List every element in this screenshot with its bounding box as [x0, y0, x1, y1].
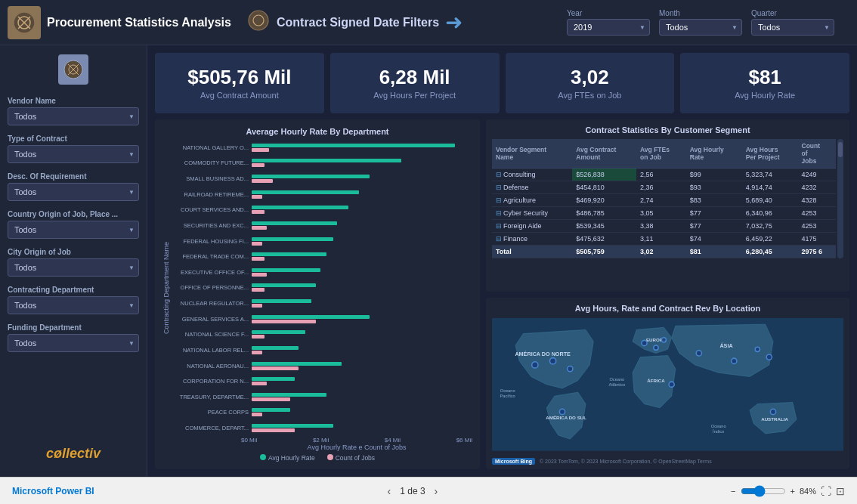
country-origin-dropdown[interactable]: Todos	[8, 221, 139, 239]
type-contract-filter: Type of Contract Todos	[8, 135, 139, 163]
map-container: Avg Hours, Rate and Contract Rev By Loca…	[486, 298, 849, 470]
app-logo-icon	[8, 6, 41, 39]
hours-cell: 5,689,40	[742, 194, 798, 207]
contracting-dept-dropdown[interactable]: Todos	[8, 296, 139, 314]
table-scrollbar[interactable]	[837, 139, 843, 258]
bar-label: PEACE CORPS	[173, 409, 249, 416]
hours-cell: 5,323,74	[742, 169, 798, 181]
bar-tracks	[252, 408, 472, 416]
col-rate: Avg HourlyRate	[686, 139, 742, 169]
bar-label: COURT SERVICES AND...	[173, 206, 249, 213]
desc-requirement-dropdown[interactable]: Todos	[8, 183, 139, 201]
map-dot	[642, 340, 647, 345]
bar-row: SMALL BUSINESS AD...	[173, 172, 472, 186]
powerbi-link[interactable]: Microsoft Power BI	[12, 486, 94, 496]
city-origin-dropdown-wrap[interactable]: Todos	[8, 258, 139, 277]
bar-row: PEACE CORPS	[173, 406, 472, 420]
zoom-plus-icon[interactable]: +	[790, 487, 795, 496]
fullscreen-button[interactable]: ⛶	[821, 485, 831, 497]
bar-tracks	[252, 362, 472, 370]
funding-dept-label: Funding Department	[8, 323, 139, 332]
map-dot	[669, 382, 674, 387]
quarter-label: Quarter	[751, 9, 834, 17]
zoom-value: 84%	[800, 487, 816, 496]
kpi-ftes-job-label: Avg FTEs on Job	[558, 91, 621, 100]
vendor-name-filter: Vendor Name Todos	[8, 97, 139, 125]
bar-tracks	[252, 299, 472, 308]
prev-page-button[interactable]: ‹	[385, 485, 394, 497]
city-origin-filter: City Origin of Job Todos	[8, 248, 139, 277]
x-axis-ticks: $0 Mil$2 Mil$4 Mil$6 Mil	[162, 435, 472, 444]
year-dropdown[interactable]: 2019	[567, 19, 650, 36]
bar-green	[252, 237, 333, 241]
rate-cell: $83	[686, 194, 742, 207]
month-dropdown[interactable]: Todos	[659, 19, 742, 36]
bar-pink	[252, 273, 267, 277]
table-row: ⊟Foreign Aide $539,345 3,38 $77 7,032,75…	[492, 220, 836, 233]
amount-cell: $454,810	[572, 181, 636, 194]
bar-pink	[252, 163, 265, 167]
bar-green	[252, 190, 359, 194]
legend-pink: Count of Jobs	[327, 454, 375, 462]
bing-logo: Microsoft Bing	[492, 458, 535, 465]
map-svg-area: AMÉRICA DO NORTE AMÉRICA DO SUL EUROPA Á…	[492, 316, 843, 453]
count-cell: 4175	[798, 233, 836, 246]
kpi-hours-project-label: Avg Hours Per Project	[373, 91, 456, 100]
bar-label: EXECUTIVE OFFICE OF...	[173, 269, 249, 276]
region-australia: AUSTRALIA	[761, 416, 788, 422]
zoom-minus-icon[interactable]: −	[731, 487, 735, 496]
count-cell: 4249	[798, 169, 836, 181]
type-contract-dropdown[interactable]: Todos	[8, 145, 139, 163]
hours-cell: 6,459,22	[742, 233, 798, 246]
bar-row: NATIONAL AERONAU...	[173, 359, 472, 373]
type-contract-dropdown-wrap[interactable]: Todos	[8, 145, 139, 163]
bar-pink	[252, 382, 267, 385]
bar-tracks	[252, 268, 472, 277]
vendor-name-dropdown-wrap[interactable]: Todos	[8, 107, 139, 125]
vendor-name-dropdown[interactable]: Todos	[8, 107, 139, 125]
desc-requirement-dropdown-wrap[interactable]: Todos	[8, 183, 139, 201]
kpi-contract-amount-label: Avg Contract Amount	[200, 91, 279, 100]
city-origin-dropdown[interactable]: Todos	[8, 258, 139, 277]
bar-label: SECURITIES AND EXC...	[173, 222, 249, 229]
funding-dept-dropdown[interactable]: Todos	[8, 334, 139, 352]
table-wrap: Vendor SegmentName Avg ContractAmount Av…	[492, 139, 843, 258]
ftes-cell: 3,11	[636, 233, 686, 246]
zoom-slider[interactable]	[741, 485, 786, 497]
contracting-dept-dropdown-wrap[interactable]: Todos	[8, 296, 139, 314]
country-origin-dropdown-wrap[interactable]: Todos	[8, 221, 139, 239]
month-dropdown-wrap[interactable]: Todos	[659, 19, 742, 36]
bar-pink	[252, 413, 262, 416]
country-origin-filter: Country Origin of Job, Place ... Todos	[8, 210, 139, 239]
map-dot	[568, 366, 573, 371]
kpi-hours-project-value: 6,28 Mil	[379, 66, 450, 88]
next-page-button[interactable]: ›	[432, 485, 441, 497]
ftes-cell: 3,05	[636, 207, 686, 220]
city-origin-label: City Origin of Job	[8, 248, 139, 256]
quarter-dropdown-wrap[interactable]: Todos	[751, 19, 834, 36]
bar-tracks	[252, 377, 472, 385]
bar-green	[252, 283, 316, 287]
bar-green	[252, 268, 320, 272]
amount-cell: $539,345	[572, 220, 636, 233]
col-count: CountofJobs	[798, 139, 836, 169]
bar-pink	[252, 335, 265, 339]
bar-chart-container: Average Hourly Rate By Department Contra…	[155, 119, 480, 469]
kpi-contract-amount: $505,76 Mil Avg Contract Amount	[155, 53, 324, 113]
kpi-hourly-rate-label: Avg Hourly Rate	[735, 91, 795, 100]
bar-pink	[252, 257, 265, 261]
bar-tracks	[252, 252, 472, 261]
funding-dept-dropdown-wrap[interactable]: Todos	[8, 334, 139, 352]
charts-row: Average Hourly Rate By Department Contra…	[155, 119, 849, 469]
share-button[interactable]: ⊡	[836, 485, 845, 497]
bar-label: NATIONAL GALLERY O...	[173, 144, 249, 151]
collectiv-logo: cøllectiv	[8, 440, 139, 468]
bar-label: TREASURY, DEPARTME...	[173, 394, 249, 400]
legend-green: Avg Hourly Rate	[260, 454, 315, 462]
year-dropdown-wrap[interactable]: 2019	[567, 19, 650, 36]
filter-dropdowns: Year 2019 Month Todos Quarter	[567, 9, 834, 36]
kpi-hourly-rate: $81 Avg Hourly Rate	[680, 53, 849, 113]
bar-row: SECURITIES AND EXC...	[173, 218, 472, 233]
quarter-dropdown[interactable]: Todos	[751, 19, 834, 36]
region-south-america: AMÉRICA DO SUL	[546, 415, 586, 420]
